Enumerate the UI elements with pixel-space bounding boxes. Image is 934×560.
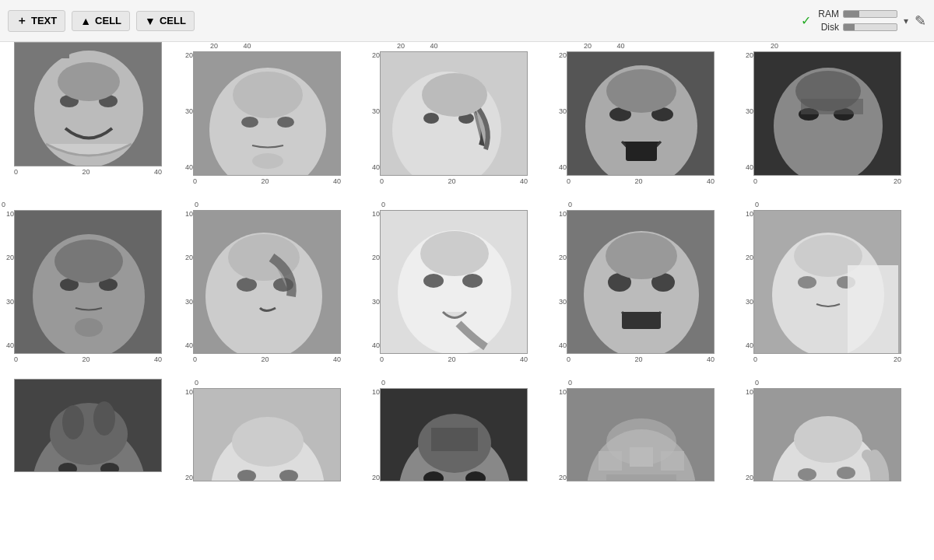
- ram-fill: [844, 11, 859, 17]
- svg-point-84: [798, 468, 816, 481]
- x-axis-2: 0 20 40: [193, 177, 341, 185]
- cell-12: 0 10 20: [171, 379, 358, 481]
- dropdown-arrow-icon[interactable]: ▾: [904, 16, 908, 26]
- top-axis-6: 0: [0, 201, 163, 208]
- face-image-1: [14, 42, 162, 166]
- svg-point-4: [58, 62, 120, 101]
- cell-8: 0 10 20 30 40: [358, 201, 545, 363]
- y-axis-4: 20 30 40: [553, 51, 567, 185]
- arrow-up-icon: ▲: [80, 15, 91, 27]
- cell-up-label: CELL: [95, 15, 121, 26]
- face-svg-11: [15, 380, 162, 472]
- svg-point-42: [423, 274, 444, 288]
- face-svg-8: [381, 211, 528, 354]
- cell-10: 0 10 20 30 40: [732, 201, 918, 363]
- x-axis-1: 0 20 40: [14, 168, 162, 176]
- cell-down-label: CELL: [160, 15, 186, 26]
- face-image-8: [380, 210, 528, 354]
- x-axis-3: 0 20 40: [380, 177, 528, 185]
- image-row-2: 0 10 20 30 40: [0, 201, 934, 363]
- face-image-14: [567, 388, 715, 481]
- top-axis-8: 0: [366, 201, 537, 208]
- image-row-1: 0 20 40 20 40 20 30 40: [0, 42, 934, 185]
- y-axis-2: 20 30 40: [179, 51, 193, 185]
- face-svg-2: [194, 52, 341, 176]
- top-axis-12: 0: [179, 379, 350, 387]
- disk-row: Disk: [817, 22, 897, 33]
- svg-point-61: [50, 403, 128, 465]
- svg-point-8: [241, 117, 258, 128]
- svg-point-85: [837, 467, 855, 479]
- y-axis-13: 10 20: [366, 388, 380, 481]
- cell-9: 0 10 20 30 40: [545, 201, 732, 363]
- face-svg-6: [15, 211, 162, 354]
- cell-11: [0, 379, 171, 481]
- cell-down-button[interactable]: ▼ CELL: [136, 11, 195, 31]
- face-image-11: [14, 379, 162, 472]
- main-content: 0 20 40 20 40 20 30 40: [0, 42, 934, 560]
- svg-point-43: [462, 274, 483, 288]
- resource-panel: RAM Disk: [817, 9, 897, 33]
- cell-1: 0 20 40: [0, 42, 171, 185]
- cell-14: 0 10 20: [545, 379, 732, 481]
- svg-point-86: [794, 416, 862, 463]
- face-image-6: [14, 210, 162, 354]
- toolbar: ＋ TEXT ▲ CELL ▼ CELL ✓ RAM Disk ▾ ✎: [0, 0, 934, 42]
- svg-point-33: [54, 240, 123, 283]
- face-svg-4: [567, 52, 715, 176]
- cell-6: 0 10 20 30 40: [0, 201, 171, 363]
- svg-point-14: [423, 113, 439, 124]
- x-axis-8: 0 20 40: [380, 355, 528, 363]
- x-axis-5: 0 20: [753, 177, 901, 185]
- top-axis-5: 20: [739, 42, 911, 50]
- x-axis-9: 0 20 40: [567, 355, 715, 363]
- face-image-5: [753, 51, 901, 176]
- svg-point-44: [420, 231, 489, 276]
- face-svg-15: [754, 389, 901, 481]
- face-svg-3: [381, 52, 528, 176]
- plus-icon: ＋: [16, 14, 27, 28]
- disk-label: Disk: [817, 22, 839, 33]
- top-axis-3: 20 40: [366, 42, 537, 50]
- svg-point-49: [606, 233, 677, 279]
- face-svg-12: [194, 389, 341, 481]
- face-image-10: [753, 210, 901, 354]
- x-axis-6: 0 20 40: [14, 355, 162, 363]
- svg-point-9: [277, 117, 294, 128]
- y-axis-10: 10 20 30 40: [739, 210, 753, 363]
- svg-rect-5: [30, 43, 69, 58]
- text-button[interactable]: ＋ TEXT: [8, 10, 65, 32]
- face-svg-7: [194, 211, 341, 354]
- pencil-icon[interactable]: ✎: [915, 12, 926, 30]
- status-checkmark: ✓: [801, 13, 811, 28]
- face-svg-13: [381, 389, 528, 481]
- arrow-down-icon: ▼: [145, 15, 156, 27]
- face-image-4: [567, 51, 715, 176]
- cell-7: 0 10 20 30 40: [171, 201, 358, 363]
- top-axis-4: 20 40: [553, 42, 724, 50]
- svg-point-11: [252, 153, 283, 169]
- cell-up-button[interactable]: ▲ CELL: [72, 11, 130, 31]
- svg-rect-22: [626, 142, 657, 161]
- y-axis-7: 10 20 30 40: [179, 210, 193, 363]
- image-row-3: 0 10 20: [0, 379, 934, 481]
- ram-label: RAM: [817, 9, 839, 19]
- svg-point-62: [62, 405, 84, 439]
- top-axis-14: 0: [553, 379, 724, 387]
- svg-point-21: [606, 69, 676, 113]
- svg-point-81: [606, 418, 676, 465]
- y-axis-5: 20 30 40: [739, 51, 753, 185]
- y-axis-8: 10 20 30 40: [366, 210, 380, 363]
- cell-15: 0 10 20: [732, 379, 918, 481]
- svg-point-53: [798, 276, 816, 289]
- disk-fill: [844, 24, 855, 30]
- cell-5: 20 20 30 40: [732, 42, 918, 185]
- svg-point-68: [232, 417, 304, 467]
- face-image-12: [193, 388, 341, 481]
- svg-rect-28: [801, 99, 863, 114]
- svg-point-16: [422, 73, 487, 117]
- svg-point-34: [75, 318, 103, 337]
- svg-rect-50: [622, 312, 661, 329]
- face-svg-5: [754, 52, 901, 176]
- x-axis-7: 0 20 40: [193, 355, 341, 363]
